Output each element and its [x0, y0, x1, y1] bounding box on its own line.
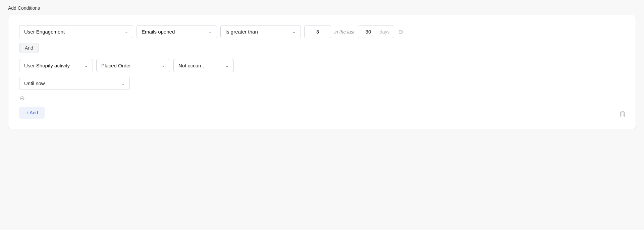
operator-select-1-label: Is greater than	[225, 29, 258, 35]
operator-select-2-label: Not occurr...	[178, 63, 206, 68]
chevron-down-icon: ⌄	[292, 30, 296, 34]
operator-select-1[interactable]: Is greater than ⌄	[220, 25, 301, 38]
condition-row-1: User Engagement ⌄ Emails opened ⌄ Is gre…	[19, 25, 625, 38]
and-divider-label: And	[25, 45, 33, 51]
page-container: Add Conditions User Engagement ⌄ Emails …	[0, 0, 644, 230]
chevron-down-icon: ⌄	[85, 63, 88, 68]
remove-condition-2-button[interactable]: ⊖	[19, 95, 25, 102]
time-select-2[interactable]: Until now ⌄	[19, 77, 130, 90]
delete-condition-group-button[interactable]	[619, 110, 626, 119]
operator-select-2[interactable]: Not occurr... ⌄	[173, 59, 234, 72]
chevron-down-icon: ⌄	[125, 30, 128, 34]
remove-row-2: ⊖	[19, 95, 625, 102]
metric-select-1-label: Emails opened	[142, 29, 175, 35]
metric-select-1[interactable]: Emails opened ⌄	[137, 25, 217, 38]
days-label: days	[378, 26, 394, 38]
chevron-down-icon: ⌄	[225, 63, 229, 68]
metric-select-2[interactable]: Placed Order ⌄	[96, 59, 170, 72]
page-title: Add Conditions	[8, 5, 636, 11]
category-select-1-label: User Engagement	[24, 29, 65, 35]
days-input[interactable]	[358, 25, 378, 38]
condition-row-2: User Shopify activity ⌄ Placed Order ⌄ N…	[19, 59, 625, 72]
metric-select-2-label: Placed Order	[101, 63, 131, 68]
conditions-card: User Engagement ⌄ Emails opened ⌄ Is gre…	[8, 15, 636, 129]
and-divider: And	[19, 43, 39, 53]
chevron-down-icon: ⌄	[209, 30, 212, 34]
time-select-2-label: Until now	[24, 80, 45, 86]
condition-row-2b: Until now ⌄	[19, 77, 625, 90]
chevron-down-icon: ⌄	[162, 63, 165, 68]
value-input-1[interactable]	[304, 25, 331, 38]
remove-circle-icon: ⊖	[398, 29, 403, 35]
category-select-1[interactable]: User Engagement ⌄	[19, 25, 133, 38]
trash-icon	[619, 110, 626, 118]
days-input-group: days	[358, 25, 394, 38]
chevron-down-icon: ⌄	[121, 81, 125, 86]
add-and-button[interactable]: + And	[19, 107, 45, 119]
remove-condition-1-button[interactable]: ⊖	[397, 28, 404, 36]
remove-circle-icon: ⊖	[20, 95, 25, 101]
category-select-2-label: User Shopify activity	[24, 63, 70, 68]
add-and-button-label: + And	[26, 110, 38, 115]
category-select-2[interactable]: User Shopify activity ⌄	[19, 59, 93, 72]
in-the-last-label: in the last	[334, 29, 355, 35]
add-and-row: + And	[19, 107, 625, 119]
